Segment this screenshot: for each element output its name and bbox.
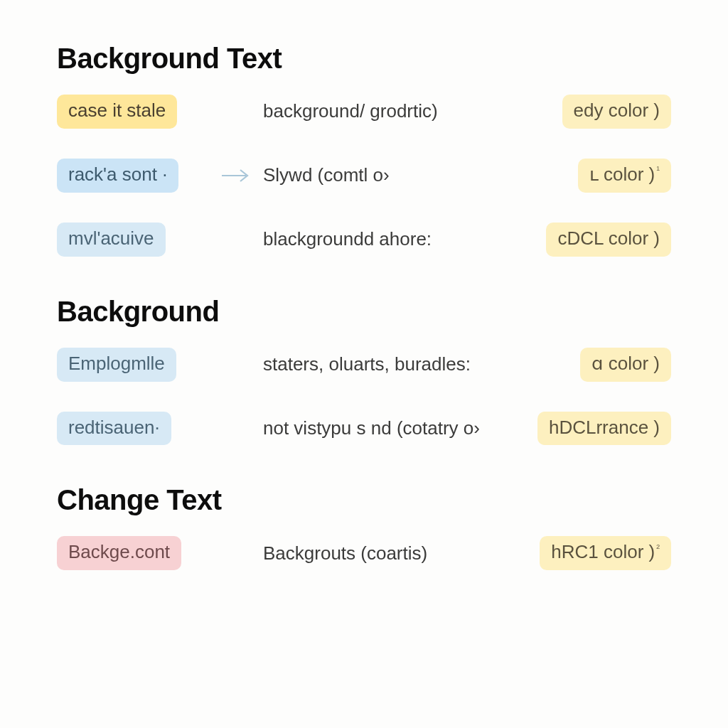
property-key-chip: Emplogmlle	[57, 348, 176, 382]
property-description: not vistypu s nd (cotatry o›	[263, 417, 537, 439]
property-row: mvl'acuiveblackgroundd ahore:cDCL color …	[57, 223, 671, 257]
section-heading: Background	[57, 296, 671, 328]
property-row: case it stalebackground/ grodrtic)edy co…	[57, 95, 671, 129]
property-row: Emplogmllestaters, oluarts, buradles:ɑ c…	[57, 348, 671, 382]
property-description: staters, oluarts, buradles:	[263, 353, 580, 375]
property-description: Slywd (comtl o›	[263, 164, 578, 186]
property-key-chip: rack'a sont ·	[57, 159, 178, 193]
property-row: Backge.contBackgrouts (coartis)hRC1 colo…	[57, 536, 671, 570]
property-key-chip: case it stale	[57, 95, 177, 129]
property-row: redtisauen·not vistypu s nd (cotatry o›h…	[57, 412, 671, 446]
property-value-chip: edy color )	[562, 95, 671, 129]
property-value-chip: hRC1 color )²	[540, 536, 671, 570]
superscript-marker: ¹	[656, 164, 660, 176]
arrow-icon	[220, 167, 263, 184]
property-value-chip: ʟ color )¹	[578, 159, 671, 193]
property-key-chip: Backge.cont	[57, 536, 181, 570]
property-key-chip: redtisauen·	[57, 412, 171, 446]
property-description: background/ grodrtic)	[263, 100, 562, 122]
property-value-chip: cDCL color )	[546, 223, 671, 257]
superscript-marker: ²	[656, 542, 660, 554]
section-heading: Background Text	[57, 43, 671, 75]
property-description: Backgrouts (coartis)	[263, 542, 540, 564]
property-description: blackgroundd ahore:	[263, 228, 546, 250]
property-value-chip: ɑ color )	[580, 348, 671, 382]
section-heading: Change Text	[57, 484, 671, 516]
property-value-chip: hDCLrrance )	[537, 412, 671, 446]
property-key-chip: mvl'acuive	[57, 223, 166, 257]
property-row: rack'a sont ·Slywd (comtl o›ʟ color )¹	[57, 159, 671, 193]
